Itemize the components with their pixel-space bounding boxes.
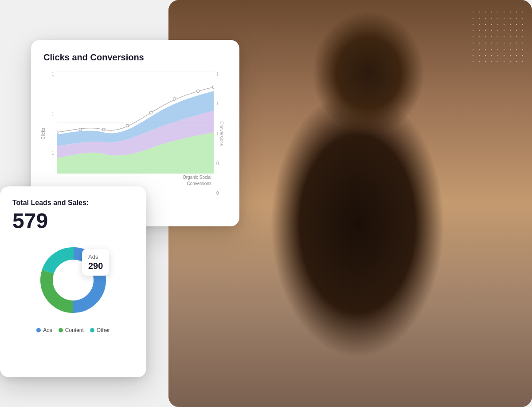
leads-sales-card: Total Leads and Sales: 579 Ads 290 <box>0 186 146 377</box>
donut-tooltip: Ads 290 <box>82 249 109 276</box>
svg-point-6 <box>79 128 82 131</box>
donut-chart-container: Ads 290 <box>33 240 113 320</box>
organic-social-label: Organic Social Conversions <box>183 174 211 187</box>
y-axis-right: 1 1 1 0 0 Conversions <box>214 71 227 196</box>
legend-item-ads: Ads <box>36 327 52 333</box>
legend-label-other: Other <box>97 327 110 333</box>
legend-dot-other <box>90 328 94 332</box>
svg-point-11 <box>196 90 199 92</box>
legend-item-other: Other <box>90 327 110 333</box>
legend-item-content: Content <box>59 327 84 333</box>
svg-point-10 <box>173 98 176 100</box>
dot-pattern-decoration <box>470 9 523 62</box>
area-chart <box>57 71 214 174</box>
clicks-card-title: Clicks and Conversions <box>43 52 227 63</box>
svg-point-5 <box>57 131 58 134</box>
svg-point-9 <box>149 111 152 114</box>
y-axis-left: 1 1 1 1 Clicks <box>43 71 57 196</box>
tooltip-value: 290 <box>88 261 103 271</box>
legend-dot-ads <box>36 328 41 332</box>
svg-point-7 <box>102 128 105 131</box>
scene: Clicks and Conversions 1 1 1 1 Clicks 1 … <box>0 0 532 407</box>
legend-label-content: Content <box>65 327 84 333</box>
tooltip-label: Ads <box>88 253 103 260</box>
svg-point-12 <box>212 86 214 88</box>
legend-label-ads: Ads <box>43 327 52 333</box>
leads-card-title: Total Leads and Sales: <box>12 199 134 207</box>
svg-point-8 <box>126 124 129 127</box>
legend-dot-content <box>59 328 63 332</box>
leads-total-number: 579 <box>12 209 134 233</box>
chart-legend: Ads Content Other <box>12 327 134 333</box>
